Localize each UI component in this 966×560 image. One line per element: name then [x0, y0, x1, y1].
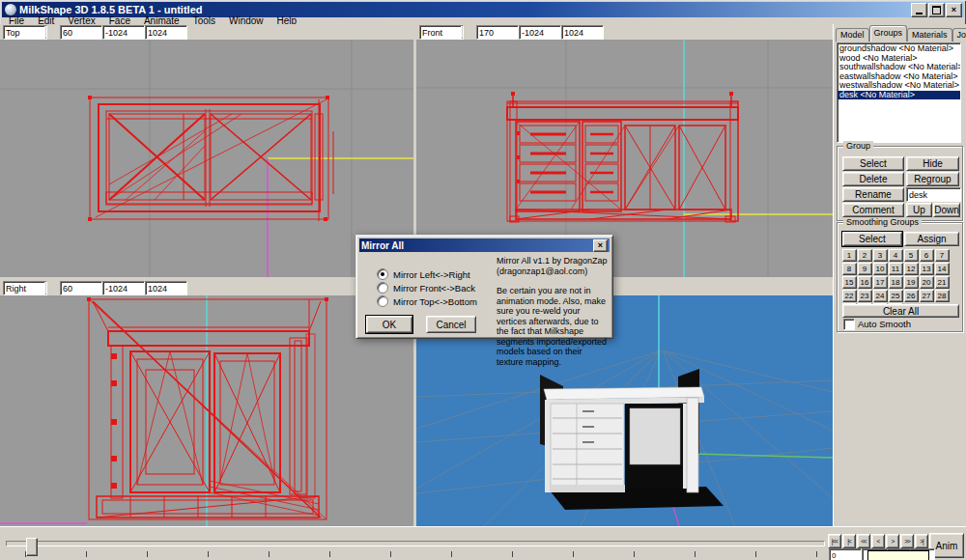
dialog-close-button[interactable]: × [593, 239, 608, 252]
right-view-mode-dropdown[interactable]: Right ▼ [3, 281, 47, 295]
smoothing-group-button[interactable]: 26 [904, 290, 919, 302]
rename-button[interactable]: Rename [842, 187, 904, 202]
dialog-titlebar[interactable]: Mirror All × [359, 238, 610, 252]
radio-mirror-top-bottom[interactable]: Mirror Top<->Bottom [377, 295, 477, 307]
tab-groups[interactable]: Groups [869, 25, 908, 42]
select-button[interactable]: Select [842, 156, 904, 171]
step-back-button[interactable]: < [871, 534, 885, 548]
go-to-start-button[interactable]: |<< [828, 534, 841, 548]
restore-button[interactable] [928, 3, 945, 17]
chevron-down-icon[interactable]: ▼ [44, 281, 47, 295]
close-button[interactable]: × [946, 3, 962, 17]
front-view-mode-dropdown[interactable]: Front ▼ [419, 25, 464, 40]
timeline-ticks [25, 551, 819, 557]
hide-button[interactable]: Hide [906, 156, 959, 171]
clear-all-button[interactable]: Clear All [842, 304, 959, 318]
radio-icon[interactable] [377, 295, 388, 307]
radio-mirror-left-right[interactable]: Mirror Left<->Right [377, 268, 470, 280]
smoothing-group-button[interactable]: 25 [889, 290, 903, 302]
smoothing-group-button[interactable]: 8 [842, 263, 857, 275]
groups-listbox[interactable]: groundshadow <No Material> wood <No Mate… [837, 42, 961, 143]
front-viewport-toolbar: Front ▼ 170 -1024 1024 [416, 24, 833, 41]
smoothing-group-button[interactable]: 6 [920, 249, 934, 262]
right-viewport-toolbar: Right ▼ 60 -1024 1024 [0, 280, 413, 296]
smoothing-group-button[interactable]: 4 [889, 249, 903, 262]
dialog-credit-text: Mirror All v1.1 by DragonZap (dragonzap1… [497, 256, 608, 276]
chevron-down-icon[interactable]: ▼ [461, 25, 464, 40]
radio-icon[interactable] [377, 282, 388, 294]
minimize-button[interactable] [911, 3, 927, 17]
top-viewport[interactable] [0, 40, 413, 277]
auto-smooth-label: Auto Smooth [858, 319, 911, 329]
smoothing-group-button[interactable]: 7 [935, 249, 950, 262]
timeline-track[interactable] [6, 541, 825, 546]
tooltip [867, 550, 929, 560]
tab-joints[interactable]: Joints [952, 28, 966, 42]
smoothing-groups-title: Smoothing Groups [843, 217, 922, 227]
smoothing-group-button[interactable]: 17 [873, 276, 888, 289]
rename-field[interactable]: desk [906, 187, 961, 202]
milkshape-window: MilkShape 3D 1.8.5 BETA 1 - untitled × F… [0, 0, 966, 560]
smoothing-group-button[interactable]: 19 [904, 276, 919, 289]
right-view-max-field[interactable]: 1024 [145, 281, 187, 295]
ok-button[interactable]: OK [366, 316, 412, 333]
smoothing-group-button[interactable]: 28 [935, 290, 950, 302]
smoothing-group-button[interactable]: 12 [904, 263, 919, 275]
step-forward-button[interactable]: > [886, 534, 899, 548]
auto-smooth-checkbox[interactable] [843, 319, 855, 330]
previous-keyframe-button[interactable]: |< [842, 534, 856, 548]
smoothing-select-button[interactable]: Select [842, 232, 902, 246]
smoothing-group-button[interactable]: 21 [935, 276, 950, 289]
chevron-down-icon[interactable]: ▼ [44, 25, 47, 40]
frame-field-current[interactable]: 0 [829, 548, 862, 560]
regroup-button[interactable]: Regroup [906, 172, 959, 186]
down-button[interactable]: Down [933, 203, 960, 217]
tab-model[interactable]: Model [836, 28, 869, 42]
right-view-min-field[interactable]: -1024 [102, 281, 145, 295]
smoothing-group-button[interactable]: 14 [935, 263, 950, 275]
smoothing-group-button[interactable]: 5 [904, 249, 919, 262]
side-panel: Model Groups Materials Joints groundshad… [833, 24, 966, 526]
smoothing-group-button[interactable]: 23 [858, 290, 872, 302]
smoothing-group-button[interactable]: 20 [920, 276, 934, 289]
up-button[interactable]: Up [906, 203, 932, 217]
next-keyframe-button[interactable]: >| [915, 534, 928, 548]
top-view-mode-dropdown[interactable]: Top ▼ [3, 25, 47, 40]
list-item-selected[interactable]: desk <No Material> [838, 91, 960, 100]
smoothing-group-button[interactable]: 3 [873, 249, 888, 262]
front-view-min-field[interactable]: -1024 [519, 25, 561, 40]
smoothing-group-button[interactable]: 18 [889, 276, 903, 289]
smoothing-group-button[interactable]: 10 [873, 263, 888, 275]
right-view-zoom-field[interactable]: 60 [60, 281, 102, 295]
cancel-button[interactable]: Cancel [426, 316, 476, 333]
smoothing-group-button[interactable]: 1 [842, 249, 857, 262]
rewind-button[interactable]: << [857, 534, 870, 548]
radio-icon[interactable] [377, 268, 388, 280]
panel-tabs: Model Groups Materials Joints [836, 25, 966, 41]
smoothing-assign-button[interactable]: Assign [904, 232, 959, 246]
smoothing-group-button[interactable]: 2 [858, 249, 872, 262]
front-view-max-field[interactable]: 1024 [561, 25, 604, 40]
smoothing-group-button[interactable]: 16 [858, 276, 872, 289]
radio-mirror-front-back[interactable]: Mirror Front<->Back [377, 282, 475, 294]
delete-button[interactable]: Delete [842, 172, 904, 186]
smoothing-group-button[interactable]: 27 [920, 290, 934, 302]
comment-button[interactable]: Comment [842, 203, 904, 217]
top-view-min-field[interactable]: -1024 [102, 25, 145, 40]
smoothing-group-button[interactable]: 13 [920, 263, 934, 275]
top-view-zoom-field[interactable]: 60 [60, 25, 102, 40]
smoothing-group-button[interactable]: 24 [873, 290, 888, 302]
smoothing-group-button[interactable]: 9 [858, 263, 872, 275]
smoothing-group-button[interactable]: 15 [842, 276, 857, 289]
radio-label: Mirror Top<->Bottom [393, 296, 477, 307]
top-view-max-field[interactable]: 1024 [145, 25, 187, 40]
tab-materials[interactable]: Materials [907, 28, 952, 42]
playback-controls: |<< |< << < > >> >| >>| [828, 534, 943, 548]
fast-forward-button[interactable]: >> [900, 534, 914, 548]
top-view-canvas [0, 40, 413, 277]
front-view-zoom-field[interactable]: 170 [476, 25, 519, 40]
right-viewport[interactable] [0, 295, 413, 526]
smoothing-group-button[interactable]: 11 [889, 263, 903, 275]
smoothing-group-button[interactable]: 22 [842, 290, 857, 302]
wireframe-front [507, 92, 738, 222]
